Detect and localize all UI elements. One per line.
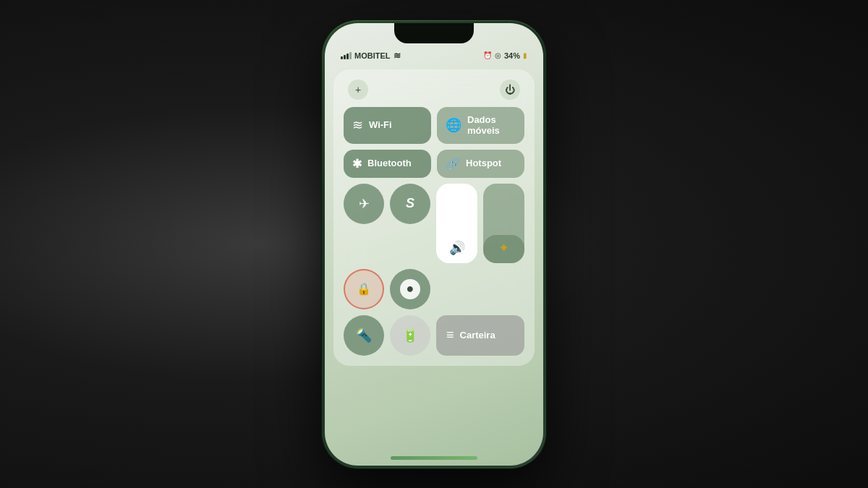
wallet-label: Carteira	[460, 330, 495, 341]
battery-widget-button[interactable]: 🔋	[390, 315, 430, 356]
power-button[interactable]: ⏻	[500, 80, 520, 100]
alarm-icon: ⏰	[483, 51, 492, 59]
location-icon: ◎	[495, 51, 501, 59]
brightness-slider[interactable]: ✦	[483, 184, 524, 263]
signal-bars	[341, 52, 352, 59]
mobile-data-button[interactable]: 🌐 Dados móveis	[437, 107, 524, 144]
shazam-button[interactable]: S	[390, 184, 430, 224]
mixed-row: ✈ S 🔊 ✦	[344, 184, 524, 263]
home-indicator[interactable]	[391, 456, 477, 460]
control-center-panel: + ⏻ ≋ Wi-Fi 🌐 Dados móveis	[333, 69, 535, 366]
shazam-icon: S	[406, 196, 414, 211]
battery-widget-icon: 🔋	[402, 328, 418, 343]
bluetooth-label: Bluetooth	[367, 158, 412, 169]
signal-bar-4	[349, 52, 352, 59]
top-icons-row: + ⏻	[344, 80, 524, 100]
wifi-icon: ≋	[352, 117, 363, 133]
signal-bar-3	[346, 53, 349, 59]
airplane-icon: ✈	[359, 196, 370, 212]
signal-bar-1	[341, 56, 343, 59]
add-button[interactable]: +	[348, 80, 368, 100]
carrier-label: MOBITEL	[354, 51, 391, 60]
network-row-1: ≋ Wi-Fi 🌐 Dados móveis	[344, 107, 524, 144]
battery-icon: ▮	[523, 51, 527, 59]
lock-rotation-icon: 🔒	[357, 282, 371, 296]
wifi-status-icon: ≋	[393, 51, 401, 61]
bottom-circle-row: 🔒 ●	[344, 269, 524, 309]
flashlight-button[interactable]: 🔦	[344, 315, 384, 356]
mobile-data-label: Dados móveis	[467, 114, 516, 137]
network-row-2: ✱ Bluetooth 🔗 Hotspot	[344, 150, 524, 178]
hotspot-label: Hotspot	[466, 158, 501, 169]
add-icon: +	[355, 84, 361, 95]
wallet-button[interactable]: ≡ Carteira	[436, 315, 524, 356]
wifi-button[interactable]: ≋ Wi-Fi	[344, 107, 431, 144]
signal-bar-2	[344, 55, 346, 59]
notch	[394, 23, 474, 43]
bluetooth-icon: ✱	[352, 157, 362, 171]
bluetooth-button[interactable]: ✱ Bluetooth	[344, 150, 431, 178]
hotspot-button[interactable]: 🔗 Hotspot	[437, 150, 524, 178]
brightness-icon: ✦	[498, 240, 509, 256]
empty-cell-2	[483, 269, 524, 309]
wallet-icon: ≡	[446, 328, 454, 343]
airplane-button[interactable]: ✈	[344, 184, 384, 224]
wifi-label: Wi-Fi	[369, 119, 392, 131]
status-right: ⏰ ◎ 34% ▮	[483, 51, 527, 60]
hotspot-icon: 🔗	[446, 157, 460, 171]
empty-cell-1	[436, 269, 477, 309]
power-icon: ⏻	[505, 84, 515, 95]
focus-icon: ●	[400, 279, 420, 299]
focus-button[interactable]: ●	[390, 269, 430, 309]
globe-icon: 🌐	[446, 117, 461, 133]
phone-screen: MOBITEL ≋ ⏰ ◎ 34% ▮ + ⏻	[325, 23, 543, 466]
phone-frame: MOBITEL ≋ ⏰ ◎ 34% ▮ + ⏻	[322, 20, 546, 468]
volume-slider[interactable]: 🔊	[436, 184, 477, 263]
volume-icon: 🔊	[449, 240, 465, 256]
status-left: MOBITEL ≋	[341, 51, 401, 61]
flashlight-icon: 🔦	[356, 328, 372, 343]
battery-percent: 34%	[504, 51, 520, 60]
bottom-row: 🔦 🔋 ≡ Carteira	[344, 315, 524, 356]
lock-rotation-button[interactable]: 🔒	[344, 269, 384, 309]
